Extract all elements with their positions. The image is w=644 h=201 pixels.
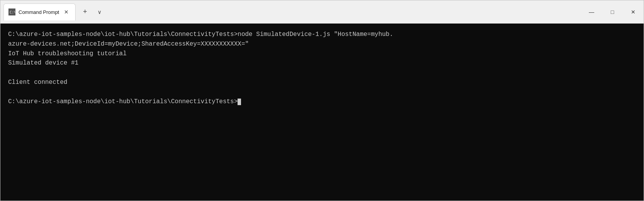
titlebar: C:\ Command Prompt ✕ + ∨ — □ ✕ [0, 0, 644, 24]
terminal-body[interactable]: C:\azure-iot-samples-node\iot-hub\Tutori… [0, 24, 644, 201]
close-button[interactable]: ✕ [623, 0, 644, 24]
window-controls: — □ ✕ [581, 0, 644, 23]
tab-title: Command Prompt [19, 9, 59, 15]
cursor [238, 99, 241, 105]
minimize-button[interactable]: — [581, 0, 602, 24]
maximize-button[interactable]: □ [602, 0, 623, 24]
terminal-window: C:\ Command Prompt ✕ + ∨ — □ ✕ C:\azure-… [0, 0, 644, 201]
terminal-output: C:\azure-iot-samples-node\iot-hub\Tutori… [8, 30, 636, 106]
svg-text:C:\: C:\ [10, 10, 15, 14]
dropdown-button[interactable]: ∨ [93, 5, 106, 19]
cmd-icon: C:\ [8, 9, 15, 15]
tab-close-button[interactable]: ✕ [62, 8, 71, 16]
active-tab[interactable]: C:\ Command Prompt ✕ [3, 3, 76, 20]
new-tab-button[interactable]: + [78, 5, 92, 19]
